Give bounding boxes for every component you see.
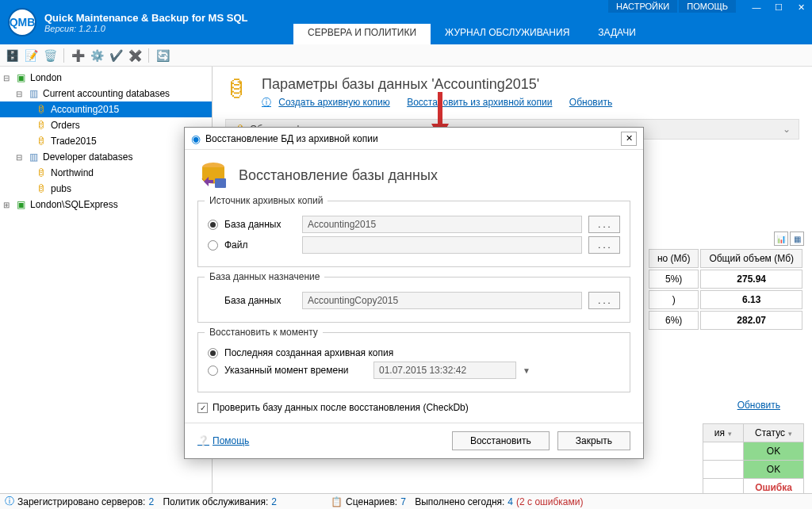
create-backup-link[interactable]: Создать архивную копию <box>278 97 389 108</box>
cell: 282.07 <box>700 311 802 330</box>
radio-label: Последняя созданная архивная копия <box>224 347 393 358</box>
dialog-help-link[interactable]: ❔Помощь <box>197 435 249 446</box>
table-view-icon[interactable]: ▦ <box>790 232 804 246</box>
radio-label: Файл <box>224 239 296 251</box>
app-logo: QMB <box>8 8 36 36</box>
source-database-input[interactable] <box>302 216 582 233</box>
last-backup-radio[interactable] <box>208 348 218 358</box>
dialog-title: Восстановление базы данных <box>239 167 438 184</box>
toolbar-delete-icon[interactable]: 🗑️ <box>43 48 57 63</box>
tab-servers-policies[interactable]: СЕРВЕРА И ПОЛИТИКИ <box>293 24 431 44</box>
tree-db-accounting2015[interactable]: 🛢Accounting2015 <box>0 101 212 117</box>
tree-label: Trade2015 <box>51 136 97 147</box>
tab-tasks[interactable]: ЗАДАЧИ <box>584 24 649 44</box>
status-policies-count: 2 <box>271 496 277 507</box>
tree-db-trade2015[interactable]: 🛢Trade2015 <box>0 133 212 149</box>
cell: 275.94 <box>700 270 802 289</box>
tree-server-london-sqlexpress[interactable]: ⊞▣London\SQLExpress <box>0 197 212 212</box>
tree-db-northwind[interactable]: 🛢Northwind <box>0 165 212 181</box>
source-file-radio[interactable] <box>208 240 218 251</box>
settings-link[interactable]: НАСТРОЙКИ <box>608 0 677 13</box>
main-tabs: СЕРВЕРА И ПОЛИТИКИ ЖУРНАЛ ОБСЛУЖИВАНИЯ З… <box>293 24 650 44</box>
restore-dialog: ◉ Восстановление БД из архивной копии ✕ … <box>184 127 644 459</box>
toolbar: 🗄️ 📝 🗑️ ➕ ⚙️ ✔️ ✖️ 🔄 <box>0 44 812 67</box>
fieldset-legend: База данных назначение <box>205 271 324 282</box>
restore-database-icon <box>197 159 229 191</box>
checkdb-checkbox[interactable]: ✓ <box>197 403 208 413</box>
status-servers-count: 2 <box>148 496 154 507</box>
status-error: Ошибка <box>744 479 804 494</box>
chevron-down-icon: ⌄ <box>783 124 791 135</box>
close-dialog-button[interactable]: Закрыть <box>557 431 630 450</box>
refresh-link-2[interactable]: Обновить <box>737 400 780 411</box>
restore-button[interactable]: Восстановить <box>452 431 550 450</box>
source-database-radio[interactable] <box>208 220 218 230</box>
tab-maintenance-log[interactable]: ЖУРНАЛ ОБСЛУЖИВАНИЯ <box>431 24 584 44</box>
filter-icon[interactable]: ▾ <box>728 430 732 438</box>
status-scenarios-count: 7 <box>400 496 406 507</box>
status-scenarios-label: Сценариев: <box>346 496 397 507</box>
dialog-close-button[interactable]: ✕ <box>621 132 637 146</box>
toolbar-db-props-icon[interactable]: ⚙️ <box>90 48 104 63</box>
toolbar-separator <box>63 48 64 63</box>
cell: 6%) <box>649 311 699 330</box>
field-label: База данных <box>224 295 296 306</box>
fieldset-legend: Источник архивных копий <box>205 195 327 206</box>
svg-rect-1 <box>215 178 226 188</box>
maximize-button[interactable]: ☐ <box>768 0 790 14</box>
app-title: Quick Maintenance & Backup for MS SQL <box>44 12 247 24</box>
tree-group-developer-databases[interactable]: ⊟▥Developer databases <box>0 149 212 165</box>
toolbar-edit-icon[interactable]: 📝 <box>24 48 38 63</box>
help-link[interactable]: ПОМОЩЬ <box>679 0 736 13</box>
tree-group-current-accounting[interactable]: ⊟▥Current accounting databases <box>0 86 212 101</box>
toolbar-add-db-icon[interactable]: ➕ <box>71 48 85 63</box>
restore-time-input[interactable] <box>373 362 516 379</box>
refresh-link[interactable]: Обновить <box>569 97 612 108</box>
tree-label: Northwind <box>51 167 94 178</box>
size-table: но (Мб)Общий объем (Мб) 5%)275.94 )6.13 … <box>647 247 804 331</box>
specific-time-radio[interactable] <box>208 365 218 376</box>
cell: ) <box>649 290 699 309</box>
tree-db-orders[interactable]: 🛢Orders <box>0 117 212 133</box>
close-button[interactable]: ✕ <box>790 0 812 14</box>
destination-database-input[interactable] <box>302 292 582 309</box>
checkbox-label: Проверить базу данных после восстановлен… <box>213 402 469 413</box>
app-version: Версия: 1.2.1.0 <box>44 24 247 33</box>
server-tree: ⊟▣London ⊟▥Current accounting databases … <box>0 67 213 493</box>
browse-destination-button[interactable]: . . . <box>588 292 620 309</box>
status-today-label: Выполнено сегодня: <box>415 496 504 507</box>
tree-label: Orders <box>51 120 80 131</box>
status-today-count: 4 <box>508 496 513 507</box>
filter-icon[interactable]: ▾ <box>788 430 792 438</box>
radio-label: База данных <box>224 219 296 230</box>
col-used: но (Мб) <box>649 249 699 268</box>
radio-label: Указанный момент времени <box>224 365 367 376</box>
source-file-input[interactable] <box>302 236 582 254</box>
toolbar-add-server-icon[interactable]: 🗄️ <box>5 48 19 63</box>
info-icon: ⓘ <box>5 495 14 508</box>
col-total: Общий объем (Мб) <box>700 249 802 268</box>
help-icon: ❔ <box>197 435 209 446</box>
col-status: Статус▾ <box>744 424 804 442</box>
app-icon: ◉ <box>191 132 201 145</box>
tree-label: Current accounting databases <box>43 88 170 99</box>
browse-database-button[interactable]: . . . <box>588 216 620 233</box>
toolbar-refresh-icon[interactable]: 🔄 <box>155 48 170 63</box>
datetime-dropdown-icon[interactable]: ▼ <box>523 366 530 375</box>
chart-view-icon[interactable]: 📊 <box>774 232 788 246</box>
info-icon: ⓘ <box>262 97 271 108</box>
tree-server-london[interactable]: ⊟▣London <box>0 70 212 86</box>
toolbar-db-check-icon[interactable]: ✔️ <box>109 48 123 63</box>
browse-file-button[interactable]: . . . <box>588 236 620 254</box>
tree-label: London <box>30 72 62 83</box>
tree-db-pubs[interactable]: 🛢pubs <box>0 181 212 197</box>
tree-label: Developer databases <box>43 151 132 163</box>
minimize-button[interactable]: — <box>745 0 768 14</box>
toolbar-separator <box>148 48 149 63</box>
toolbar-db-remove-icon[interactable]: ✖️ <box>128 48 142 63</box>
tree-label: London\SQLExpress <box>30 199 118 210</box>
status-servers-label: Зарегистрировано серверов: <box>17 496 145 507</box>
scenario-icon: 📋 <box>331 496 343 507</box>
cell: 6.13 <box>700 290 802 309</box>
tree-label: Accounting2015 <box>51 104 119 115</box>
